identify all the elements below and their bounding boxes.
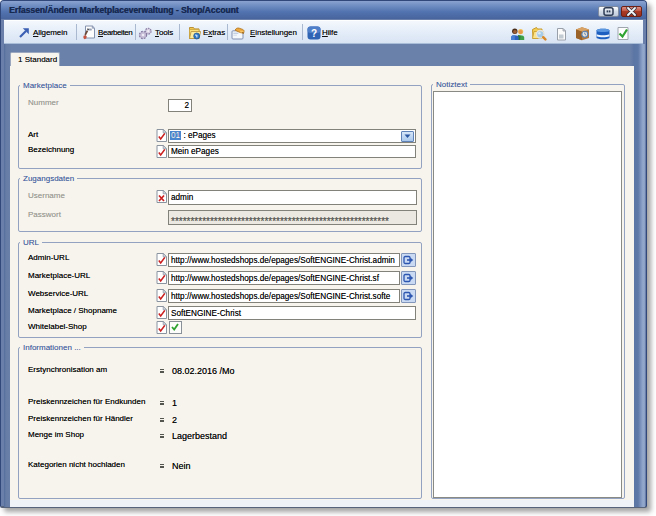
svg-text:?: ? — [311, 28, 317, 39]
